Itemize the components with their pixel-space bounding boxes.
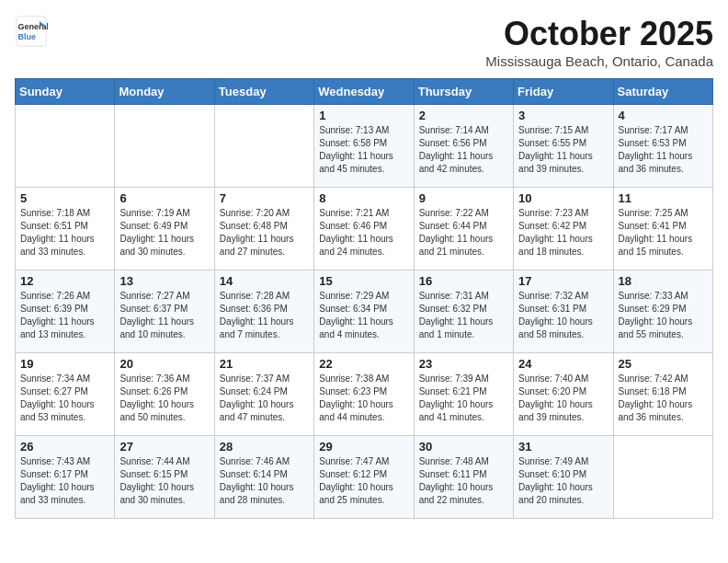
cell-content: Sunrise: 7:44 AM Sunset: 6:15 PM Dayligh… [119, 455, 209, 507]
day-number: 19 [20, 357, 109, 371]
header-day: Tuesday [214, 79, 313, 105]
day-number: 3 [518, 109, 608, 122]
cell-content: Sunrise: 7:37 AM Sunset: 6:24 PM Dayligh… [220, 373, 309, 424]
calendar-cell: 31Sunrise: 7:49 AM Sunset: 6:10 PM Dayli… [514, 436, 613, 519]
calendar-cell: 25Sunrise: 7:42 AM Sunset: 6:18 PM Dayli… [613, 353, 712, 436]
calendar-cell [214, 105, 313, 188]
cell-content: Sunrise: 7:34 AM Sunset: 6:27 PM Dayligh… [20, 373, 109, 424]
cell-content: Sunrise: 7:23 AM Sunset: 6:42 PM Dayligh… [518, 207, 608, 259]
day-number: 18 [619, 274, 708, 288]
calendar-cell: 15Sunrise: 7:29 AM Sunset: 6:34 PM Dayli… [314, 270, 414, 353]
header-day: Saturday [613, 79, 712, 105]
day-number: 31 [518, 440, 608, 454]
calendar-cell: 19Sunrise: 7:34 AM Sunset: 6:27 PM Dayli… [16, 353, 115, 436]
calendar-cell: 21Sunrise: 7:37 AM Sunset: 6:24 PM Dayli… [214, 353, 313, 436]
page-header: General Blue October 2025 Mississauga Be… [15, 15, 713, 69]
cell-content: Sunrise: 7:33 AM Sunset: 6:29 PM Dayligh… [619, 290, 708, 341]
day-number: 30 [419, 440, 508, 454]
title-block: October 2025 Mississauga Beach, Ontario,… [485, 15, 713, 69]
cell-content: Sunrise: 7:25 AM Sunset: 6:41 PM Dayligh… [619, 207, 708, 259]
day-number: 4 [619, 109, 708, 122]
cell-content: Sunrise: 7:22 AM Sunset: 6:44 PM Dayligh… [419, 207, 508, 259]
day-number: 9 [419, 191, 508, 205]
day-number: 1 [319, 109, 408, 122]
day-number: 23 [419, 357, 508, 371]
day-number: 24 [518, 357, 608, 371]
day-number: 6 [119, 191, 209, 205]
calendar-cell: 13Sunrise: 7:27 AM Sunset: 6:37 PM Dayli… [115, 270, 214, 353]
calendar-table: SundayMondayTuesdayWednesdayThursdayFrid… [15, 78, 713, 519]
day-number: 26 [20, 440, 109, 454]
cell-content: Sunrise: 7:27 AM Sunset: 6:37 PM Dayligh… [119, 290, 209, 341]
calendar-cell [16, 105, 115, 188]
calendar-cell: 1Sunrise: 7:13 AM Sunset: 6:58 PM Daylig… [314, 105, 414, 188]
cell-content: Sunrise: 7:48 AM Sunset: 6:11 PM Dayligh… [419, 455, 508, 507]
header-day: Wednesday [314, 79, 414, 105]
week-row: 1Sunrise: 7:13 AM Sunset: 6:58 PM Daylig… [16, 105, 713, 188]
header-day: Monday [115, 79, 214, 105]
calendar-cell: 12Sunrise: 7:26 AM Sunset: 6:39 PM Dayli… [16, 270, 115, 353]
calendar-cell: 16Sunrise: 7:31 AM Sunset: 6:32 PM Dayli… [414, 270, 513, 353]
cell-content: Sunrise: 7:20 AM Sunset: 6:48 PM Dayligh… [220, 207, 309, 259]
week-row: 26Sunrise: 7:43 AM Sunset: 6:17 PM Dayli… [16, 436, 713, 519]
day-number: 10 [518, 191, 608, 205]
cell-content: Sunrise: 7:13 AM Sunset: 6:58 PM Dayligh… [319, 124, 408, 176]
calendar-cell: 17Sunrise: 7:32 AM Sunset: 6:31 PM Dayli… [514, 270, 613, 353]
day-number: 25 [619, 357, 708, 371]
calendar-cell: 6Sunrise: 7:19 AM Sunset: 6:49 PM Daylig… [115, 188, 214, 270]
week-row: 5Sunrise: 7:18 AM Sunset: 6:51 PM Daylig… [16, 188, 713, 270]
svg-text:Blue: Blue [18, 32, 37, 41]
day-number: 14 [220, 274, 309, 288]
location: Mississauga Beach, Ontario, Canada [485, 53, 713, 69]
day-number: 27 [119, 440, 209, 454]
calendar-cell [613, 436, 712, 519]
day-number: 13 [119, 274, 209, 288]
calendar-cell: 10Sunrise: 7:23 AM Sunset: 6:42 PM Dayli… [514, 188, 613, 270]
calendar-cell: 2Sunrise: 7:14 AM Sunset: 6:56 PM Daylig… [414, 105, 513, 188]
cell-content: Sunrise: 7:26 AM Sunset: 6:39 PM Dayligh… [20, 290, 109, 341]
calendar-cell: 20Sunrise: 7:36 AM Sunset: 6:26 PM Dayli… [115, 353, 214, 436]
calendar-cell: 29Sunrise: 7:47 AM Sunset: 6:12 PM Dayli… [314, 436, 414, 519]
day-number: 21 [220, 357, 309, 371]
calendar-cell: 18Sunrise: 7:33 AM Sunset: 6:29 PM Dayli… [613, 270, 712, 353]
calendar-cell [115, 105, 214, 188]
cell-content: Sunrise: 7:32 AM Sunset: 6:31 PM Dayligh… [518, 290, 608, 341]
calendar-cell: 30Sunrise: 7:48 AM Sunset: 6:11 PM Dayli… [414, 436, 513, 519]
cell-content: Sunrise: 7:29 AM Sunset: 6:34 PM Dayligh… [319, 290, 408, 341]
cell-content: Sunrise: 7:14 AM Sunset: 6:56 PM Dayligh… [419, 124, 508, 176]
cell-content: Sunrise: 7:21 AM Sunset: 6:46 PM Dayligh… [319, 207, 408, 259]
calendar-cell: 8Sunrise: 7:21 AM Sunset: 6:46 PM Daylig… [314, 188, 414, 270]
calendar-cell: 24Sunrise: 7:40 AM Sunset: 6:20 PM Dayli… [514, 353, 613, 436]
calendar-cell: 3Sunrise: 7:15 AM Sunset: 6:55 PM Daylig… [514, 105, 613, 188]
day-number: 16 [419, 274, 508, 288]
calendar-cell: 4Sunrise: 7:17 AM Sunset: 6:53 PM Daylig… [613, 105, 712, 188]
cell-content: Sunrise: 7:36 AM Sunset: 6:26 PM Dayligh… [119, 373, 209, 424]
cell-content: Sunrise: 7:49 AM Sunset: 6:10 PM Dayligh… [518, 455, 608, 507]
cell-content: Sunrise: 7:28 AM Sunset: 6:36 PM Dayligh… [220, 290, 309, 341]
calendar-cell: 26Sunrise: 7:43 AM Sunset: 6:17 PM Dayli… [16, 436, 115, 519]
logo-icon: General Blue [15, 15, 48, 48]
day-number: 11 [619, 191, 708, 205]
header-day: Sunday [16, 79, 115, 105]
day-number: 8 [319, 191, 408, 205]
calendar-cell: 22Sunrise: 7:38 AM Sunset: 6:23 PM Dayli… [314, 353, 414, 436]
calendar-cell: 27Sunrise: 7:44 AM Sunset: 6:15 PM Dayli… [115, 436, 214, 519]
day-number: 17 [518, 274, 608, 288]
calendar-cell: 14Sunrise: 7:28 AM Sunset: 6:36 PM Dayli… [214, 270, 313, 353]
day-number: 12 [20, 274, 109, 288]
week-row: 19Sunrise: 7:34 AM Sunset: 6:27 PM Dayli… [16, 353, 713, 436]
cell-content: Sunrise: 7:38 AM Sunset: 6:23 PM Dayligh… [319, 373, 408, 424]
cell-content: Sunrise: 7:31 AM Sunset: 6:32 PM Dayligh… [419, 290, 508, 341]
calendar-cell: 5Sunrise: 7:18 AM Sunset: 6:51 PM Daylig… [16, 188, 115, 270]
cell-content: Sunrise: 7:39 AM Sunset: 6:21 PM Dayligh… [419, 373, 508, 424]
calendar-cell: 11Sunrise: 7:25 AM Sunset: 6:41 PM Dayli… [613, 188, 712, 270]
day-number: 15 [319, 274, 408, 288]
month-title: October 2025 [485, 15, 713, 53]
day-number: 22 [319, 357, 408, 371]
calendar-cell: 23Sunrise: 7:39 AM Sunset: 6:21 PM Dayli… [414, 353, 513, 436]
day-number: 20 [119, 357, 209, 371]
calendar-cell: 28Sunrise: 7:46 AM Sunset: 6:14 PM Dayli… [214, 436, 313, 519]
cell-content: Sunrise: 7:43 AM Sunset: 6:17 PM Dayligh… [20, 455, 109, 507]
cell-content: Sunrise: 7:40 AM Sunset: 6:20 PM Dayligh… [518, 373, 608, 424]
cell-content: Sunrise: 7:46 AM Sunset: 6:14 PM Dayligh… [220, 455, 309, 507]
